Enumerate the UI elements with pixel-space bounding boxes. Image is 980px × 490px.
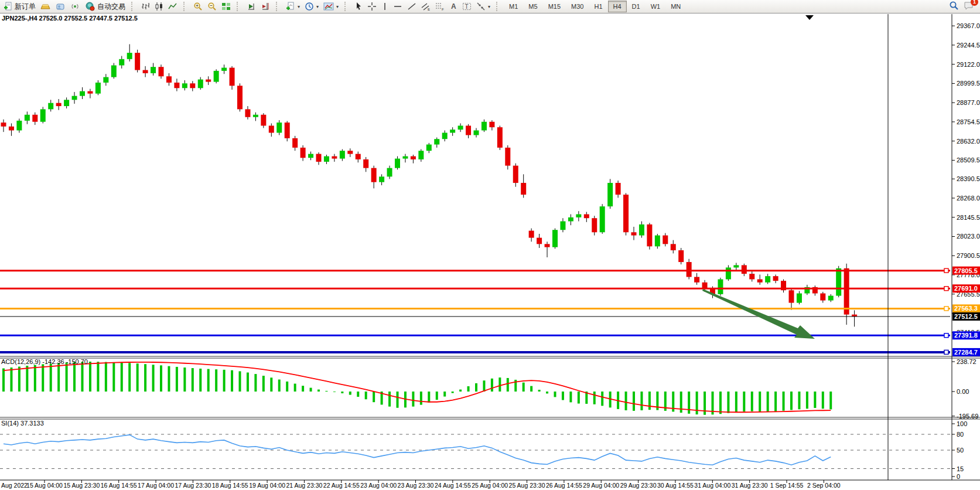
- hline-handle[interactable]: [944, 268, 948, 273]
- price-badge-27691.0: 27691.0: [952, 284, 980, 292]
- vertical-line-icon: [381, 2, 388, 11]
- time-scale[interactable]: Aug 202215 Aug 04:0015 Aug 23:3016 Aug 1…: [1, 480, 841, 489]
- hline-27805.5[interactable]: [0, 268, 950, 273]
- zoom-in-icon: [193, 2, 203, 11]
- candle-body: [324, 156, 329, 162]
- templates-button[interactable]: ▾: [321, 0, 341, 13]
- timeframe-h1[interactable]: H1: [589, 1, 607, 12]
- timeframe-m5[interactable]: M5: [523, 1, 542, 12]
- hline-handle[interactable]: [944, 307, 948, 311]
- chart-shift-marker[interactable]: [805, 15, 814, 20]
- candle-body: [576, 215, 581, 217]
- chevron-down-icon[interactable]: ▾: [316, 4, 319, 9]
- time-label: 26 Aug 14:55: [546, 482, 582, 489]
- text-label-button[interactable]: T: [460, 0, 474, 13]
- new-order-button[interactable]: 新订单: [1, 0, 38, 13]
- autotrading-icon: [85, 2, 95, 11]
- crosshair-button[interactable]: [365, 0, 379, 13]
- rsi-axis-label: 15: [957, 465, 964, 472]
- toolbar-group: [243, 0, 274, 13]
- bar-chart-button[interactable]: [139, 0, 152, 13]
- time-label: 23 Aug 23:30: [398, 482, 434, 489]
- candle-body: [474, 130, 479, 135]
- search-icon[interactable]: [949, 1, 959, 12]
- signals-button[interactable]: [68, 0, 83, 13]
- candlestick-series: [1, 44, 858, 326]
- chevron-down-icon[interactable]: ▾: [488, 4, 490, 9]
- candle-body: [411, 156, 416, 159]
- candle-body: [198, 80, 203, 89]
- candle-body: [655, 236, 660, 247]
- zoom-out-button[interactable]: [205, 0, 219, 13]
- price-badge-text: 27563.3: [954, 305, 978, 312]
- time-label: 17 Aug 23:30: [175, 482, 211, 489]
- timeframe-m15[interactable]: M15: [543, 1, 566, 12]
- equidistant-channel-button[interactable]: E: [419, 0, 433, 13]
- candle-body: [230, 68, 235, 86]
- candle-body: [497, 127, 503, 148]
- periods-button[interactable]: ▾: [302, 0, 321, 13]
- candle-body: [694, 277, 699, 282]
- rsi-line: [4, 435, 831, 465]
- cursor-button[interactable]: [352, 0, 365, 13]
- candle-body: [647, 224, 652, 246]
- rsi-axis-label: 0: [957, 473, 960, 480]
- time-label: 2 Sep 04:00: [807, 482, 841, 489]
- chat-icon[interactable]: 1: [964, 1, 974, 12]
- price-tick-label: 29367.0: [957, 22, 980, 29]
- hline-handle[interactable]: [944, 334, 948, 338]
- candle-body: [489, 122, 494, 127]
- new-order-icon: [4, 2, 13, 11]
- hline-27563.3[interactable]: [0, 307, 950, 311]
- chevron-down-icon[interactable]: ▾: [336, 4, 339, 9]
- trendline-button[interactable]: [405, 0, 419, 13]
- timeframe-mn[interactable]: MN: [665, 1, 686, 12]
- chart-shift-button[interactable]: [258, 0, 272, 13]
- timeframe-m1[interactable]: M1: [504, 1, 523, 12]
- accounts-button[interactable]: [53, 0, 68, 13]
- candle-body: [592, 218, 597, 232]
- toolbar-group: EFAT▾: [351, 0, 494, 13]
- candle-body: [159, 67, 164, 76]
- candle-body: [356, 154, 361, 159]
- candle-body: [16, 121, 22, 131]
- text-button[interactable]: A: [447, 0, 460, 13]
- zoom-in-button[interactable]: [191, 0, 205, 13]
- new-chart-icon: [286, 2, 295, 11]
- hline-handle[interactable]: [944, 287, 948, 291]
- candle-body: [482, 122, 487, 131]
- auto-scroll-button[interactable]: [244, 0, 258, 13]
- candlestick-chart-button[interactable]: [152, 0, 166, 13]
- chevron-down-icon[interactable]: ▾: [298, 4, 300, 9]
- candle-body: [308, 154, 313, 158]
- timeframe-h4[interactable]: H4: [608, 1, 627, 12]
- candle-body: [466, 125, 471, 135]
- timeframe-w1[interactable]: W1: [646, 1, 666, 12]
- hline-27284.7[interactable]: [0, 350, 950, 354]
- toolbar-group: 新订单自动交易: [0, 0, 129, 13]
- price-scale[interactable]: 29367.029244.529122.028999.528877.028754…: [952, 22, 980, 480]
- arrows-button[interactable]: ▾: [474, 0, 493, 13]
- candle-body: [190, 83, 195, 88]
- horizontal-line-button[interactable]: [391, 0, 405, 13]
- timeframe-m30[interactable]: M30: [566, 1, 589, 12]
- timeframe-d1[interactable]: D1: [627, 1, 646, 12]
- tile-windows-button[interactable]: [219, 0, 233, 13]
- hline-handle[interactable]: [944, 350, 948, 354]
- candle-body: [237, 86, 243, 109]
- fibonacci-button[interactable]: F: [433, 0, 447, 13]
- autotrading-button[interactable]: 自动交易: [83, 0, 128, 13]
- gold-button[interactable]: [38, 0, 53, 13]
- line-chart-button[interactable]: [166, 0, 180, 13]
- time-label: 15 Aug 04:00: [26, 482, 63, 489]
- toolbar-right: 1: [949, 1, 980, 12]
- macd-axis-label: 238.72: [957, 358, 976, 365]
- tile-windows-icon: [221, 2, 231, 11]
- candle-body: [253, 115, 258, 117]
- candle-body: [663, 236, 668, 244]
- time-label: 17 Aug 04:00: [138, 482, 174, 489]
- crosshair-icon: [367, 2, 377, 11]
- vertical-line-button[interactable]: [379, 0, 391, 13]
- candle-body: [852, 315, 857, 317]
- new-chart-button[interactable]: ▾: [284, 0, 302, 13]
